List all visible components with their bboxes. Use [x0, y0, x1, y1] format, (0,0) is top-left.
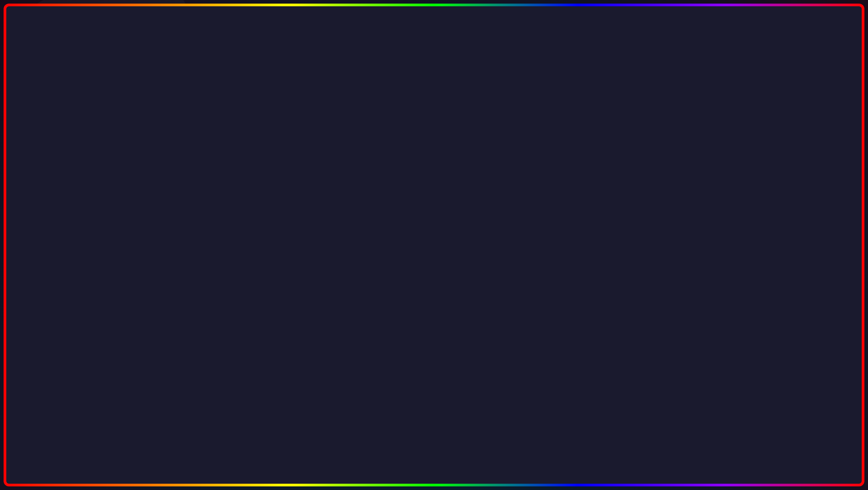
auto-quest-door-row: 🌐 Auto Quest Door [181, 236, 305, 246]
globe-icon-8: 🌐 [703, 156, 710, 162]
nav-right-status[interactable]: Status [588, 136, 602, 141]
find-full-moon-switch[interactable] [711, 248, 724, 255]
nav-item[interactable]: Item [86, 136, 95, 141]
mirage-status: ✗ [216, 214, 220, 219]
script-label: SCRIPT [432, 435, 556, 472]
abilities-section-title: ⚡ Abilities Inf ⚡ [703, 147, 826, 153]
globe-icon-4: 🌐 [133, 170, 140, 176]
title-blox: BLOX [197, 10, 406, 90]
title-x: X [343, 10, 389, 90]
auto-farm-near-row: 🌐 Auto Farm Near [43, 181, 126, 192]
auto-farm-label-1: 🌐 Auto Farm [45, 157, 75, 164]
panel-race-header: 🏆 Race V4 Quest 🏆 [176, 199, 309, 211]
nav-right-teleport[interactable]: Teleport [631, 136, 648, 141]
title-t: T [583, 10, 625, 90]
auto-mirage-switch[interactable] [288, 224, 302, 231]
rejoin-server-btn[interactable]: 👆 Rejoin Server [573, 155, 696, 169]
nav-right-combat[interactable]: Combat [608, 136, 626, 141]
moon-subtitle: 🌙 : Full Moon 3/5 [595, 236, 727, 243]
auto-quest-door-label: 🌐 Auto Quest Door [184, 238, 228, 244]
auto-quest-door-switch[interactable] [288, 237, 302, 245]
logo-text-row: BL X [767, 411, 789, 423]
super-fast-switch[interactable] [197, 169, 210, 177]
panel-moon: 🌕 Full Moon 🌕 🌙 : Full Moon 3/5 🌐 Find F… [589, 220, 733, 266]
ability-human-switch[interactable] [812, 165, 825, 172]
auto-label: AUTO [135, 420, 275, 476]
ability-sky-label: InfAbility Sky [712, 185, 743, 190]
auto-mirage-label: 🌐 Auto Mirage Island [184, 224, 233, 231]
globe-icon-7: 🌐 [184, 251, 191, 258]
ability-ghoul-switch[interactable] [812, 156, 825, 163]
title-o: O [289, 10, 342, 90]
auto-farm-switch-2[interactable] [110, 169, 124, 177]
panel-left-nav: User Hub Main Item Status Combat Telepor… [39, 134, 217, 143]
globe-icon-6: 🌐 [184, 238, 191, 244]
weapon-dropdown[interactable]: Select Weapon : Melee ▼ [130, 156, 214, 165]
panel-left: URANIUM Hubs x Premium 1.0 [ RightContro… [38, 124, 218, 199]
logo-skull-container: 💀 [760, 373, 796, 409]
server-hop-icon: 👆 [579, 188, 586, 196]
abilities-col: ⚡ Abilities Inf ⚡ 🌐 InfAbility Ghoul 🌐 I… [700, 143, 829, 206]
ability-sky-row: 🌐 InfAbility Sky [703, 184, 826, 191]
auto-farm-stats-race-row: 🌐 Auto Farm Stats Race [181, 249, 305, 260]
auto-farm-near-label: 🌐 Auto Farm Near [46, 183, 88, 189]
title-b: B [197, 10, 247, 90]
panel-right-title: URANIUM Hubs x Premium 1.0 [573, 126, 645, 132]
logo-fruits-text: FRUITS [759, 423, 798, 436]
dropdown-arrow-icon: ▼ [205, 158, 210, 163]
panel-right: URANIUM Hubs x Premium 1.0 Item Status C… [569, 124, 830, 207]
weapon-col: 🔧 Select Weapon & Fast 🔧 Select Weapon :… [130, 147, 214, 194]
globe-icon-9: 🌐 [703, 165, 710, 172]
title-i: I [565, 10, 583, 90]
globe-icon-1: 🌐 [45, 157, 52, 164]
server-hop-btn[interactable]: 👆 Server Hop [573, 185, 696, 199]
globe-icon-3: 🌐 [46, 183, 53, 189]
nav-status[interactable]: Status [101, 136, 115, 141]
ability-fish-switch[interactable] [812, 193, 825, 200]
panel-right-header: URANIUM Hubs x Premium 1.0 [570, 125, 829, 134]
server-section-title: 🖥 Server 🖥 [573, 147, 696, 152]
nav-right-item[interactable]: Item [573, 136, 583, 141]
skull-icon: 💀 [767, 381, 789, 402]
hop-to-lower-btn[interactable]: 👆 Hop To Lower Player [573, 169, 696, 185]
title-s-end: S [625, 10, 671, 90]
race-body: Mirage Island : ✗ 🌐 Auto Mirage Island 🌐… [176, 211, 309, 265]
ability-cyborg-switch[interactable] [812, 174, 825, 182]
rejoin-label: Rejoin Server [590, 159, 623, 165]
auto-farm-near-switch[interactable] [110, 183, 123, 190]
title-section: BLOX FRUITS [0, 9, 868, 92]
logo-bottom-right: 💀 BL X FRUITS [733, 364, 823, 445]
ability-fish-label: InfAbility Fish [712, 194, 745, 200]
nav-combat[interactable]: Combat [120, 136, 138, 141]
title-l: L [247, 10, 289, 90]
hop-icon: 👆 [579, 174, 587, 181]
pastebin-label: PASTEBIN [565, 435, 733, 472]
panel-right-nav: Item Status Combat Teleport [570, 134, 829, 143]
find-full-moon-row: 🌐 Find Full Moon + Hop [595, 246, 727, 257]
auto-farm-switch-1[interactable] [110, 157, 124, 164]
ability-ghoul-row: 🌐 InfAbility Ghoul [703, 156, 826, 163]
ability-sky-switch[interactable] [812, 184, 825, 191]
auto-farm-col: 🌟 🌟 Auto Farm 🌟 🌟 🌐 Auto Farm 🌐 Auto [43, 147, 126, 194]
rejoin-icon: 👆 [579, 159, 586, 166]
nav-main[interactable]: Main [69, 136, 80, 141]
panel-left-body: 🌟 🌟 Auto Farm 🌟 🌟 🌐 Auto Farm 🌐 Auto [39, 143, 217, 198]
auto-farm-toggle-1: 🌐 Auto Farm [43, 156, 126, 165]
hydrogen-label: HYDROGEN [446, 147, 555, 169]
nav-user-hub[interactable]: User Hub [43, 136, 63, 141]
title-u: U [515, 10, 565, 90]
server-hop-label: Server Hop [590, 189, 617, 195]
panel-left-title: URANIUM Hubs x Premium 1.0 [43, 126, 115, 132]
auto-farm-stats-switch[interactable] [288, 251, 302, 258]
ability-cyborg-row: 🌐 InfAbility Cyborg [703, 174, 826, 182]
globe-icon-13: 🌐 [598, 249, 605, 255]
panel-left-keybind: [ RightControl ] [183, 127, 214, 132]
super-fast-label: 🌐 Super Fast Attack [133, 170, 180, 176]
skull-circle: 💀 [760, 373, 796, 409]
globe-icon-10: 🌐 [703, 175, 710, 181]
ability-fish-row: 🌐 InfAbility Fish [703, 193, 826, 200]
nav-teleport[interactable]: Teleport + Rai [143, 136, 174, 141]
globe-icon-12: 🌐 [703, 194, 710, 200]
find-full-moon-label: 🌐 Find Full Moon + Hop [598, 249, 657, 255]
panel-right-body: 🖥 Server 🖥 👆 Rejoin Server 👆 Hop To Lowe… [570, 143, 829, 206]
